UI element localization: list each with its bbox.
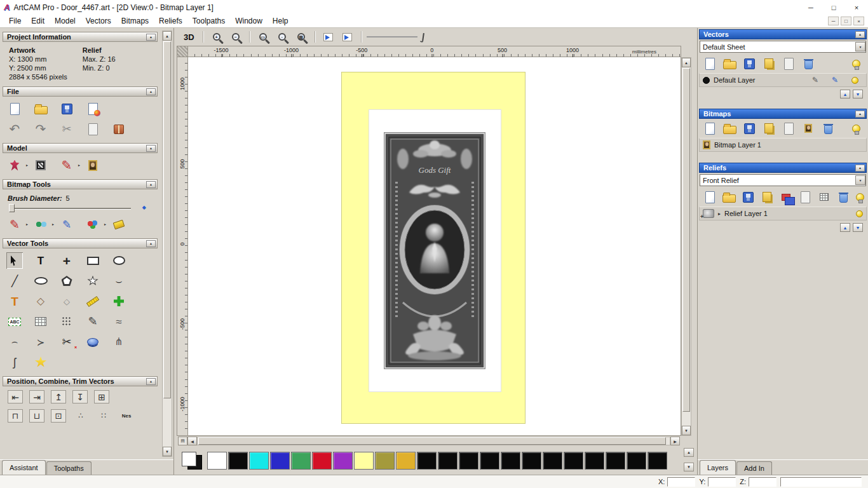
move-layer-down-icon[interactable]: ▼ <box>853 90 863 98</box>
palette-swatch-11[interactable] <box>438 452 458 470</box>
dropdown-icon[interactable]: ▼ <box>855 175 865 185</box>
previous-view-icon[interactable] <box>320 29 337 45</box>
flood-fill-icon[interactable] <box>111 216 127 233</box>
save-model-icon[interactable] <box>58 100 75 117</box>
palette-swatch-0[interactable] <box>207 452 227 470</box>
bitmaps-visibility-icon[interactable] <box>849 121 863 135</box>
create-arc-icon[interactable]: ⌣ <box>111 273 127 289</box>
nesting-icon[interactable]: Nes <box>118 407 135 424</box>
move-layer-down-icon[interactable]: ▼ <box>853 223 863 232</box>
zoom-in-icon[interactable]: + <box>208 29 225 45</box>
mdi-close-button[interactable]: × <box>853 17 864 25</box>
scroll-down-icon[interactable]: ▼ <box>682 426 691 435</box>
create-rectangle-icon[interactable] <box>85 252 101 269</box>
maximize-button[interactable]: □ <box>822 0 845 15</box>
colour-palette-icon[interactable]: ▸ <box>85 216 101 233</box>
palette-swatch-20[interactable] <box>627 452 646 470</box>
save-vector-layer-icon[interactable] <box>742 57 756 71</box>
bitmap-to-vector-icon[interactable] <box>32 313 49 330</box>
menu-model[interactable]: Model <box>50 15 81 27</box>
collapse-button[interactable]: ▲ <box>146 240 156 247</box>
new-vector-layer-icon[interactable] <box>703 57 717 71</box>
scroll-thumb[interactable] <box>682 68 690 412</box>
zoom-out-icon[interactable]: − <box>227 29 244 45</box>
align-left-icon[interactable]: ⇤ <box>8 390 23 403</box>
copy-bitmap-layer-icon[interactable] <box>782 121 796 135</box>
scroll-thumb[interactable] <box>163 41 171 398</box>
close-button[interactable]: × <box>845 0 868 15</box>
scroll-up-icon[interactable]: ▲ <box>163 31 172 41</box>
collapse-button[interactable]: ▲ <box>855 165 865 172</box>
redo-icon[interactable]: ↷ <box>32 121 49 137</box>
transform-vectors-icon[interactable]: T <box>32 252 49 269</box>
model-notes-icon[interactable]: ✎▸ <box>58 157 75 173</box>
open-bitmap-layer-icon[interactable] <box>722 121 736 135</box>
dropdown-icon[interactable]: ▼ <box>855 42 865 51</box>
palette-scroll-up-icon[interactable]: ▲ <box>684 448 694 457</box>
collapse-button[interactable]: ▲ <box>855 31 865 38</box>
copy-vector-layer-icon[interactable] <box>782 57 796 71</box>
block-array-icon[interactable]: ∷ <box>95 407 112 424</box>
centre-in-page-icon[interactable]: ⊡ <box>51 409 66 423</box>
offset-vectors-icon[interactable]: ◇ <box>58 293 75 309</box>
relief-layer-row[interactable]: ▸ Relief Layer 1 <box>699 207 867 220</box>
cross-section-icon[interactable]: ʃ <box>6 354 23 370</box>
create-ellipse-icon[interactable] <box>111 252 127 269</box>
zoom-window-icon[interactable]: ▭ <box>255 29 271 45</box>
canvas-vertical-scrollbar[interactable]: ▲ ▼ <box>681 57 691 436</box>
scroll-down-icon[interactable]: ▼ <box>163 447 172 456</box>
relief-layer-visibility-icon[interactable] <box>856 210 863 217</box>
palette-swatch-12[interactable] <box>459 452 478 470</box>
palette-swatch-6[interactable] <box>333 452 353 470</box>
delete-vector-layer-icon[interactable] <box>801 57 815 71</box>
open-model-icon[interactable] <box>32 100 49 117</box>
minimize-button[interactable]: ─ <box>799 0 822 15</box>
delete-icon[interactable] <box>111 121 127 137</box>
menu-help[interactable]: Help <box>268 15 294 27</box>
expander-icon[interactable]: ▸ <box>718 211 721 217</box>
scroll-track[interactable] <box>163 41 172 447</box>
select-vectors-icon[interactable] <box>6 252 23 269</box>
draw-icon[interactable]: ✎ <box>58 216 75 233</box>
palette-swatch-1[interactable] <box>228 452 248 470</box>
palette-swatch-14[interactable] <box>501 452 520 470</box>
palette-swatch-3[interactable] <box>270 452 290 470</box>
save-bitmap-layer-icon[interactable] <box>742 121 756 135</box>
palette-swatch-7[interactable] <box>354 452 374 470</box>
menu-toolpaths[interactable]: Toolpaths <box>187 15 230 27</box>
collapse-button[interactable]: ▲ <box>146 145 156 152</box>
import-bitmap-layer-icon[interactable] <box>762 121 776 135</box>
node-editing-icon[interactable]: ✎ <box>85 313 101 330</box>
open-vector-layer-icon[interactable] <box>722 57 736 71</box>
import-vector-layer-icon[interactable] <box>762 57 776 71</box>
collapse-button[interactable]: ▲ <box>146 88 156 95</box>
spin-vectors-icon[interactable] <box>85 334 101 350</box>
tab-add-in[interactable]: Add In <box>736 461 772 475</box>
relief-grid-icon[interactable] <box>817 190 831 204</box>
menu-window[interactable]: Window <box>230 15 268 27</box>
palette-swatch-21[interactable] <box>648 452 667 470</box>
scroll-left-icon[interactable]: ◀ <box>187 437 197 445</box>
move-layer-up-icon[interactable]: ▲ <box>840 90 850 98</box>
menu-reliefs[interactable]: Reliefs <box>154 15 187 27</box>
align-centre-icon[interactable]: ⊞ <box>94 390 109 403</box>
undo-icon[interactable]: ↶ <box>6 121 23 137</box>
layer-colour-icon[interactable] <box>703 77 710 84</box>
join-vectors-icon[interactable]: ⌢ <box>6 334 23 350</box>
create-star-icon[interactable] <box>85 273 101 289</box>
primary-secondary-colours[interactable] <box>180 451 203 471</box>
transfer-relief-icon[interactable] <box>779 190 793 204</box>
paint-icon[interactable]: ✎▸ <box>6 216 23 233</box>
scatter-copies-icon[interactable]: ∴ <box>72 407 89 424</box>
bitmap-layer-row[interactable]: Bitmap Layer 1 <box>699 138 867 152</box>
palette-swatch-2[interactable] <box>249 452 269 470</box>
snap-layer-icon[interactable]: ✎ <box>807 72 824 88</box>
create-text-icon[interactable]: T <box>6 293 23 309</box>
align-bottom-icon[interactable]: ↧ <box>72 390 88 403</box>
delete-relief-layer-icon[interactable] <box>836 190 850 204</box>
palette-swatch-8[interactable] <box>375 452 395 470</box>
new-model-icon[interactable] <box>6 100 23 117</box>
palette-swatch-19[interactable] <box>606 452 625 470</box>
create-polygon-icon[interactable] <box>58 273 75 289</box>
menu-bitmaps[interactable]: Bitmaps <box>116 15 154 27</box>
